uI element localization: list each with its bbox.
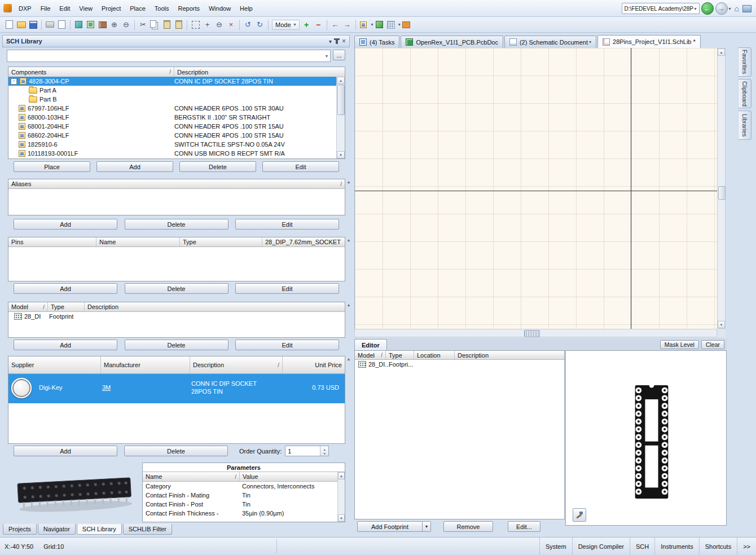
tab-pcbdoc[interactable]: OpenRex_V1I1_PCB.PcbDoc: [401, 36, 503, 48]
menu-project[interactable]: Project: [97, 3, 125, 14]
supplier-scroll-up-icon[interactable]: ▲: [346, 357, 351, 361]
footprint-tool-button[interactable]: [573, 508, 586, 522]
menu-dxp[interactable]: DXP: [14, 3, 36, 14]
parameter-row[interactable]: Contact Finish - Post Tin: [143, 500, 345, 509]
components-column-header[interactable]: Components/: [8, 67, 174, 77]
editor-description-column-header[interactable]: Description: [455, 351, 564, 359]
next-icon[interactable]: →: [341, 19, 353, 30]
tab-navigator[interactable]: Navigator: [38, 524, 76, 535]
supplier-column-header[interactable]: Supplier: [8, 356, 101, 373]
desktop-layouts-button[interactable]: [742, 5, 751, 12]
open-library-icon[interactable]: [96, 19, 108, 30]
menu-reports[interactable]: Reports: [173, 3, 204, 14]
menu-view[interactable]: View: [74, 3, 97, 14]
clear-filter-icon[interactable]: ×: [225, 19, 237, 30]
add-model-button[interactable]: Add: [14, 340, 117, 350]
redo-icon[interactable]: ↻: [254, 19, 266, 30]
side-tab-clipboard[interactable]: Clipboard: [738, 79, 751, 108]
manufacturer-column-header[interactable]: Manufacturer: [101, 356, 190, 373]
menu-edit[interactable]: Edit: [55, 3, 74, 14]
panel-pin-icon[interactable]: [336, 38, 338, 44]
scroll-up-icon[interactable]: ▲: [337, 77, 345, 84]
zoom-in-icon[interactable]: ⊕: [108, 19, 120, 30]
cut-icon[interactable]: ✂: [137, 19, 149, 30]
unit-price-column-header[interactable]: Unit Price: [283, 356, 345, 373]
aliases-scroll-up-icon[interactable]: ▲: [346, 180, 351, 184]
parameters-scrollbar[interactable]: ▲ ▼: [337, 472, 345, 522]
zoom-out-icon[interactable]: ⊖: [120, 19, 132, 30]
address-input[interactable]: D:\FEDEVEL Academy\28Pins - Ori ▾: [622, 3, 700, 14]
pin-type-column-header[interactable]: Type: [180, 237, 262, 246]
delete-supplier-button[interactable]: Delete: [124, 446, 228, 456]
tab-schematic-group[interactable]: (2) Schematic Document ▾: [504, 36, 596, 48]
components-scrollbar[interactable]: ▲ ▼: [336, 77, 345, 158]
side-tab-libraries[interactable]: Libraries: [738, 111, 751, 140]
nav-history-dropdown-icon[interactable]: ▾: [729, 6, 731, 11]
mask-level-button[interactable]: Mask Level: [660, 340, 699, 349]
edit-model-button[interactable]: Edit: [235, 340, 339, 350]
mode-dropdown[interactable]: Mode ▾: [272, 20, 300, 30]
menu-window[interactable]: Window: [204, 3, 235, 14]
supplier-description-column-header[interactable]: Description/: [190, 356, 283, 373]
expander-icon[interactable]: -: [11, 78, 17, 85]
pins-scroll-up-icon[interactable]: ▲: [346, 238, 351, 242]
move-selection-icon[interactable]: +: [201, 19, 213, 30]
model-row[interactable]: 28_DI Footprint: [8, 312, 345, 321]
parameter-value-column-header[interactable]: Value: [240, 472, 345, 481]
place-button[interactable]: Place: [14, 161, 90, 172]
parameter-row[interactable]: Contact Finish Thickness - 35µin (0.90µm…: [143, 509, 345, 518]
view-3d-icon[interactable]: [73, 19, 85, 30]
add-footprint-dropdown-icon[interactable]: ▾: [423, 521, 431, 532]
remove-footprint-button[interactable]: Remove: [443, 521, 493, 532]
status-shortcuts-button[interactable]: Shortcuts: [699, 538, 737, 555]
deselect-icon[interactable]: ⊖: [213, 19, 225, 30]
tab-sch-library[interactable]: SCH Library: [77, 524, 122, 535]
status-more-button[interactable]: >>: [737, 538, 756, 555]
scroll-up-icon[interactable]: ▲: [718, 49, 725, 56]
edit-footprint-button[interactable]: Edit...: [508, 521, 540, 532]
edit-pin-button[interactable]: Edit: [235, 283, 339, 294]
component-row[interactable]: 68000-103HLF BERGSTIK II .100" SR STRAIG…: [8, 113, 337, 122]
sch-library-panel-header[interactable]: SCH Library ▾ ×: [2, 35, 350, 47]
supplier-row[interactable]: Digi-Key 3M CONN IC DIP SOCKET 28POS TIN…: [8, 374, 345, 403]
scrollbar-thumb[interactable]: [718, 186, 726, 200]
grid-settings-icon[interactable]: [385, 19, 397, 30]
panel-close-icon[interactable]: ×: [342, 37, 346, 45]
menu-help[interactable]: Help: [235, 3, 257, 14]
add-component-button[interactable]: Add: [96, 161, 173, 172]
home-button[interactable]: ⌂: [735, 4, 739, 13]
print-icon[interactable]: [44, 19, 56, 30]
component-row[interactable]: 68602-204HLF CONN HEADER 4POS .100 STR 1…: [8, 131, 337, 140]
scroll-up-icon[interactable]: ▲: [338, 472, 345, 479]
save-icon[interactable]: [27, 19, 39, 30]
edit-component-button[interactable]: Edit: [262, 161, 339, 172]
canvas-vertical-scrollbar[interactable]: ▲ ▼: [717, 48, 726, 329]
manufacturer-link[interactable]: 3M: [102, 384, 111, 391]
delete-model-button[interactable]: Delete: [125, 340, 228, 350]
status-system-button[interactable]: System: [539, 538, 572, 555]
editor-model-column-header[interactable]: Model/: [355, 351, 386, 359]
nav-forward-button[interactable]: →: [715, 2, 728, 15]
nav-back-button[interactable]: ←: [701, 2, 714, 15]
menu-tools[interactable]: Tools: [150, 3, 174, 14]
address-dropdown-icon[interactable]: ▾: [695, 6, 697, 11]
editor-location-column-header[interactable]: Location: [414, 351, 455, 359]
parameter-name-column-header[interactable]: Name/: [143, 472, 240, 481]
pin-part-column-header[interactable]: 28_DIP_7.62mm_SOCKET: [262, 237, 345, 246]
browse-pcb-icon[interactable]: [401, 19, 412, 30]
component-row[interactable]: 10118193-0001LF CONN USB MICRO B RECPT S…: [8, 149, 337, 158]
component-filter-input[interactable]: [7, 51, 322, 61]
menu-place[interactable]: Place: [125, 3, 150, 14]
component-row[interactable]: 1825910-6 SWITCH TACTILE SPST-NO 0.05A 2…: [8, 140, 337, 149]
editor-model-row[interactable]: 28_DI... Footpri...: [355, 360, 564, 369]
parameter-row[interactable]: Contact Finish - Mating Tin: [143, 491, 345, 500]
undo-icon[interactable]: ↺: [242, 19, 254, 30]
component-row-selected[interactable]: - 4828-3004-CP CONN IC DIP SOCKET 28POS …: [8, 77, 337, 86]
aliases-column-header[interactable]: Aliases/: [8, 179, 345, 188]
model-column-header[interactable]: Model/: [8, 302, 48, 311]
editor-type-column-header[interactable]: Type: [386, 351, 414, 359]
editor-tab[interactable]: Editor: [354, 339, 387, 350]
component-part-row[interactable]: Part B: [8, 95, 337, 104]
print-preview-icon[interactable]: [56, 19, 68, 30]
tab-projects[interactable]: Projects: [3, 524, 37, 535]
